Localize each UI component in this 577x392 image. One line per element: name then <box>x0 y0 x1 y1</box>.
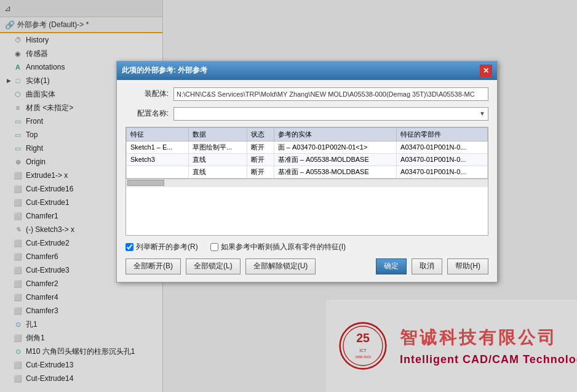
table-cell-part: A03470-01P001N-0... <box>397 141 488 153</box>
config-row: 配置名称: ▼ <box>125 107 488 121</box>
checkbox-list-broken-input[interactable] <box>125 243 133 251</box>
assembly-input[interactable] <box>173 87 488 101</box>
checkbox-list-broken[interactable]: 列举断开的参考(R) <box>125 242 198 252</box>
col-status: 状态 <box>247 127 274 141</box>
table-cell-part: A03470-01P001N-0... <box>397 153 488 166</box>
table-cell-ref_entity: 基准面 – A05538-MOLDBASE <box>274 166 396 178</box>
config-label: 配置名称: <box>125 108 169 119</box>
help-button[interactable]: 帮助(H) <box>447 258 488 274</box>
unlock-all-button[interactable]: 全部解除锁定(U) <box>245 258 316 274</box>
config-select[interactable]: ▼ <box>173 107 488 121</box>
checkbox-insert-feature-input[interactable] <box>210 243 218 251</box>
dialog-title: 此项的外部参考: 外部参考 <box>122 65 207 76</box>
dialog-overlay: 此项的外部参考: 外部参考 ✕ 装配体: 配置名称: ▼ <box>0 0 577 392</box>
table-cell-ref_entity: 基准面 – A05538-MOLDBASE <box>274 153 396 166</box>
assembly-row: 装配体: <box>125 87 488 101</box>
table-cell-data: 直线 <box>188 153 247 166</box>
table-cell-ref_entity: 面 – A03470-01P002N-01<1> <box>274 141 396 153</box>
assembly-label: 装配体: <box>125 89 169 99</box>
table-cell-status: 断开 <box>247 153 274 166</box>
col-data: 数据 <box>188 127 247 141</box>
table-cell-data: 直线 <box>188 166 247 178</box>
horizontal-scrollbar[interactable] <box>126 178 488 187</box>
chevron-down-icon: ▼ <box>479 110 485 117</box>
table-cell-status: 断开 <box>247 166 274 178</box>
disconnect-all-button[interactable]: 全部断开(B) <box>125 258 181 274</box>
dialog-body: 装配体: 配置名称: ▼ 特征 数据 状态 <box>117 80 497 282</box>
external-reference-dialog: 此项的外部参考: 外部参考 ✕ 装配体: 配置名称: ▼ <box>116 61 498 282</box>
checkbox-insert-feature[interactable]: 如果参考中断则插入原有零件的特征(I) <box>210 242 346 252</box>
table-row[interactable]: 直线断开基准面 – A05538-MOLDBASEA03470-01P001N-… <box>127 166 488 178</box>
reference-table: 特征 数据 状态 参考的实体 特征的零部件 Sketch1 – E...草图绘制… <box>126 127 488 178</box>
col-part: 特征的零部件 <box>397 127 488 141</box>
checkbox-row: 列举断开的参考(R) 如果参考中断则插入原有零件的特征(I) <box>125 242 488 252</box>
reference-table-wrapper: 特征 数据 状态 参考的实体 特征的零部件 Sketch1 – E...草图绘制… <box>125 127 488 236</box>
dialog-titlebar: 此项的外部参考: 外部参考 ✕ <box>117 62 497 80</box>
table-cell-status: 断开 <box>247 141 274 153</box>
table-cell-feature <box>127 166 189 178</box>
table-row[interactable]: Sketch3直线断开基准面 – A05538-MOLDBASEA03470-0… <box>127 153 488 166</box>
dialog-close-button[interactable]: ✕ <box>480 65 492 77</box>
table-cell-feature: Sketch3 <box>127 153 189 166</box>
table-cell-part: A03470-01P001N-0... <box>397 166 488 178</box>
lock-all-button[interactable]: 全部锁定(L) <box>186 258 241 274</box>
table-cell-feature: Sketch1 – E... <box>127 141 189 153</box>
scrollbar-thumb[interactable] <box>127 180 164 186</box>
buttons-row: 全部断开(B) 全部锁定(L) 全部解除锁定(U) 确定 取消 帮助(H) <box>125 258 488 274</box>
cancel-button[interactable]: 取消 <box>412 258 442 274</box>
col-ref-entity: 参考的实体 <box>274 127 396 141</box>
table-row[interactable]: Sketch1 – E...草图绘制平...断开面 – A03470-01P00… <box>127 141 488 153</box>
ok-button[interactable]: 确定 <box>376 258 407 274</box>
table-cell-data: 草图绘制平... <box>188 141 247 153</box>
checkbox-list-broken-label: 列举断开的参考(R) <box>136 242 198 252</box>
col-feature: 特征 <box>127 127 189 141</box>
checkbox-insert-feature-label: 如果参考中断则插入原有零件的特征(I) <box>221 242 346 252</box>
